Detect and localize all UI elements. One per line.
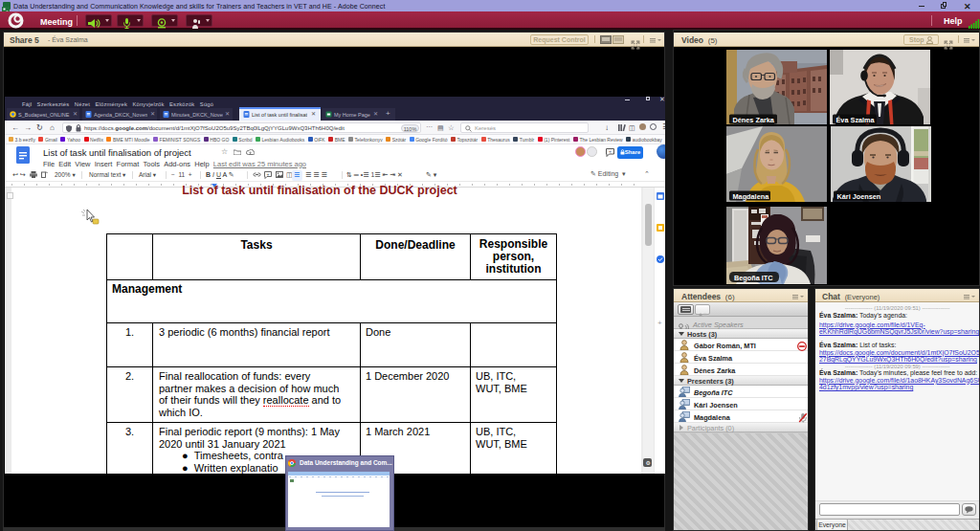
svg-text:+: + [267, 171, 270, 177]
svg-text:Dénes Zarka: Dénes Zarka [733, 116, 775, 124]
svg-text:Magdalena: Magdalena [733, 192, 770, 201]
svg-text:Kári Joensen: Kári Joensen [837, 192, 881, 201]
svg-text:+: + [609, 148, 612, 154]
svg-text:Éva Szalma: Éva Szalma [836, 116, 876, 124]
svg-text:Begoña ITC: Begoña ITC [734, 274, 773, 282]
